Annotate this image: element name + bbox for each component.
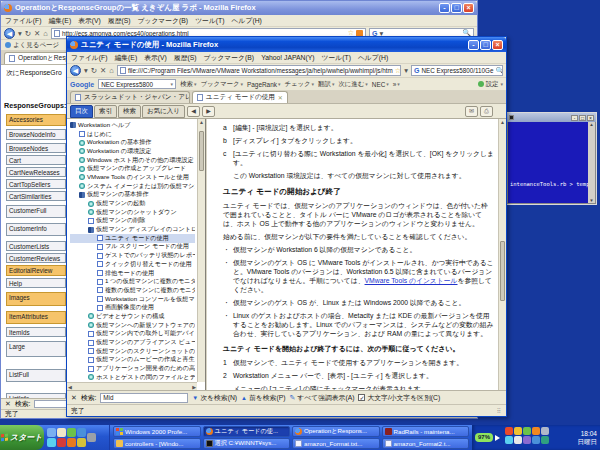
- quicklaunch-tools-icon[interactable]: [87, 433, 96, 442]
- google-toolbar-button[interactable]: PageRank▾: [247, 81, 280, 88]
- reload-button[interactable]: ↻: [91, 66, 97, 75]
- sidebar-item-carttopsellers[interactable]: CartTopSellers: [6, 179, 66, 189]
- sidebar-item-listfull[interactable]: ListFull: [6, 369, 66, 382]
- menu-item[interactable]: ブックマーク(B): [203, 53, 254, 63]
- google-toolbar-button[interactable]: 次に進む▾: [338, 80, 367, 89]
- menu-item[interactable]: ヘルプ(H): [232, 16, 262, 26]
- search-icon[interactable]: 🔍: [495, 67, 503, 75]
- bg-titlebar[interactable]: OperationとResponseGroupの一覧 えきぞん屋 ラボ - Mo…: [1, 1, 477, 15]
- fg-find-input[interactable]: Mid: [100, 393, 188, 403]
- tree-item[interactable]: システム イメージまたは別の仮想マシンからの仮想: [70, 182, 195, 191]
- sidebar-item-customerlists[interactable]: CustomerLists: [6, 241, 66, 251]
- help-tab-索引[interactable]: 索引: [94, 105, 117, 118]
- menu-item[interactable]: 履歴(S): [174, 53, 197, 63]
- tree-item[interactable]: 仮想マシンのアプライアンス ビューの構成: [70, 338, 195, 347]
- sidebar-item-large[interactable]: Large: [6, 341, 66, 357]
- bg-close-button[interactable]: ×: [463, 3, 474, 13]
- stop-button[interactable]: ✕: [100, 66, 106, 75]
- console-scrollbar[interactable]: ▲▼: [588, 122, 595, 203]
- sidebar-item-cartnewreleases[interactable]: CartNewReleases: [6, 167, 66, 177]
- bg-minimize-button[interactable]: -: [439, 3, 450, 13]
- close-tab-icon[interactable]: ✕: [278, 94, 283, 101]
- menu-item[interactable]: 表示(V): [78, 16, 101, 26]
- quicklaunch-mail-icon[interactable]: [77, 428, 86, 437]
- tree-item[interactable]: ゲストでのバッテリ状態のレポート: [70, 251, 195, 260]
- tray-update-icon[interactable]: [514, 427, 522, 435]
- tray-power-icon[interactable]: [541, 427, 549, 435]
- help-tab-目次[interactable]: 目次: [70, 105, 93, 118]
- volume-icon[interactable]: [495, 435, 503, 441]
- tree-item[interactable]: 仮想マシンの削除: [70, 217, 195, 226]
- tray-display-icon[interactable]: [523, 427, 531, 435]
- tree-item[interactable]: 仮想マシン ディスプレイのコントロール: [70, 225, 195, 234]
- tray-sound-mixer-icon[interactable]: [532, 436, 540, 444]
- bookmark-star-icon[interactable]: ☆: [395, 67, 401, 75]
- browser-tab[interactable]: ユニティ モードの使用✕: [192, 91, 288, 103]
- tree-item[interactable]: Workstation ヘルプ: [70, 121, 195, 130]
- tree-item[interactable]: 仮想マシンのシャットダウン: [70, 208, 195, 217]
- taskbar-button[interactable]: RadRails - maintena...: [382, 426, 470, 437]
- sidebar-item-customerinfo[interactable]: CustomerInfo: [6, 223, 66, 236]
- tray-scheduler-icon[interactable]: [532, 427, 540, 435]
- content-link[interactable]: VMware Tools のインストール: [365, 277, 458, 284]
- tray-antivirus-icon[interactable]: [505, 427, 513, 435]
- menu-item[interactable]: ヘルプ(H): [358, 53, 388, 63]
- highlight-all-button[interactable]: ✎ すべて強調表示(A): [289, 393, 354, 403]
- fg-minimize-button[interactable]: -: [468, 40, 479, 50]
- help-tab-お気に入り[interactable]: お気に入り: [142, 105, 185, 118]
- menu-item[interactable]: 編集(E): [49, 16, 72, 26]
- console-window[interactable]: - □ × intenanceTools.rb > temp ▲▼: [506, 112, 597, 205]
- taskbar-button[interactable]: controllers - [Windo...: [113, 438, 201, 449]
- print-icon[interactable]: ⎙: [480, 106, 493, 117]
- sidebar-item-customerfull[interactable]: CustomerFull: [6, 205, 66, 218]
- taskbar-button[interactable]: amazon_Format.txt...: [292, 438, 380, 449]
- fg-titlebar[interactable]: ユニティ モードの使用 - Mozilla Firefox - □ ×: [67, 37, 506, 52]
- clock[interactable]: 18:04 日曜日: [578, 430, 598, 446]
- sidebar-item-itemattributes[interactable]: ItemAttributes: [6, 311, 66, 324]
- tree-item[interactable]: 画面解像度の使用: [70, 303, 195, 312]
- menu-item[interactable]: 編集(E): [115, 53, 138, 63]
- tray-network-icon[interactable]: [505, 436, 513, 444]
- find-previous-button[interactable]: ▲ 前を検索(P): [241, 393, 285, 403]
- tree-item[interactable]: 仮想マシン内での取外し可能デバイスの使用: [70, 330, 195, 339]
- tree-item[interactable]: ユニティ モードの使用: [70, 234, 195, 243]
- tree-item[interactable]: アプリケーション開発者のための高度なオプション: [70, 364, 195, 373]
- google-toolbar-button[interactable]: チェック▾: [284, 80, 314, 89]
- tree-item[interactable]: 1 つの仮想マシンに複数のモニタを使用: [70, 277, 195, 286]
- console-body[interactable]: intenanceTools.rb > temp ▲▼: [507, 122, 596, 204]
- resize-grip[interactable]: ⠿: [497, 407, 502, 414]
- sidebar-item-cartsimilarities[interactable]: CartSimilarities: [6, 191, 66, 201]
- tray-ime-icon[interactable]: [514, 436, 522, 444]
- google-toolbar-button[interactable]: »▾: [393, 81, 400, 88]
- quicklaunch-outlook-icon[interactable]: [57, 428, 66, 437]
- google-toolbar-button[interactable]: 翻訳▾: [318, 80, 334, 89]
- menu-item[interactable]: ツール(T): [322, 53, 351, 63]
- google-toolbar-button[interactable]: NEC▾: [372, 81, 389, 88]
- fg-close-button[interactable]: ×: [492, 40, 503, 50]
- match-case-checkbox[interactable]: ✓ 大文字/小文字を区別(C): [358, 393, 440, 403]
- tree-item[interactable]: 仮想マシンのスクリーンショットの作成: [70, 347, 195, 356]
- taskbar-button[interactable]: ユニティ モードの使...: [203, 426, 291, 437]
- url-dropdown[interactable]: ▾: [404, 66, 408, 75]
- google-settings-button[interactable]: 設定 ▾: [478, 80, 503, 89]
- quicklaunch-internet-explorer-icon[interactable]: [47, 438, 56, 447]
- quicklaunch-firefox-icon[interactable]: [67, 438, 76, 447]
- menu-item[interactable]: ファイル(F): [5, 16, 42, 26]
- console-minimize-button[interactable]: -: [571, 115, 578, 121]
- tree-item[interactable]: 排他モードの使用: [70, 269, 195, 278]
- tree-item[interactable]: ホストとゲストの間のファイルとテキストの転送: [70, 373, 195, 382]
- back-button[interactable]: ◀: [4, 28, 15, 39]
- console-close-button[interactable]: ×: [587, 115, 594, 121]
- menu-item[interactable]: 表示(V): [144, 53, 167, 63]
- tree-item[interactable]: 仮想マシンの起動: [70, 199, 195, 208]
- fg-search-box[interactable]: G NEC Express5800/110Ge 🔍: [411, 65, 503, 76]
- tree-item[interactable]: 仮想マシンのムービーの作成と再生: [70, 356, 195, 365]
- google-toolbar-button[interactable]: 検索▾: [180, 80, 196, 89]
- browser-tab[interactable]: スラッシュドット・ジャパン・アレ...✕: [70, 91, 190, 103]
- tree-horizontal-scrollbar[interactable]: ◀▶: [67, 382, 197, 390]
- quicklaunch-show-desktop-icon[interactable]: [47, 428, 56, 437]
- sidebar-item-editorialreview[interactable]: EditorialReview: [6, 265, 66, 276]
- fg-maximize-button[interactable]: □: [480, 40, 491, 50]
- menu-item[interactable]: 履歴(S): [108, 16, 131, 26]
- tree-item[interactable]: VMware Tools のインストールと使用: [70, 173, 195, 182]
